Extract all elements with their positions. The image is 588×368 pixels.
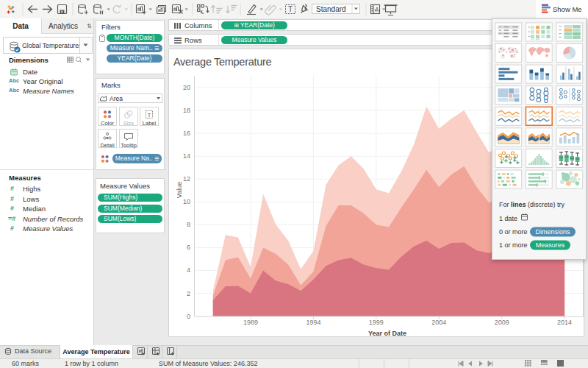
svg-text:20: 20 xyxy=(183,84,190,91)
svg-text:T: T xyxy=(148,112,151,118)
svg-text:4: 4 xyxy=(187,266,190,274)
svg-text:For lines (discrete) try: For lines (discrete) try xyxy=(499,201,565,208)
svg-text:2014: 2014 xyxy=(557,319,572,326)
svg-text:Standard: Standard xyxy=(316,5,346,13)
svg-text:18: 18 xyxy=(183,107,190,114)
svg-text:1 or more: 1 or more xyxy=(499,241,528,249)
svg-text:T: T xyxy=(288,5,293,13)
svg-text:12: 12 xyxy=(183,175,190,183)
svg-text:1989: 1989 xyxy=(243,319,258,326)
svg-text:Measures: Measures xyxy=(536,241,565,249)
svg-text:0 or more: 0 or more xyxy=(499,228,528,236)
svg-text:Dimensions: Dimensions xyxy=(535,228,570,236)
svg-text:14: 14 xyxy=(183,152,190,160)
svg-text:Value: Value xyxy=(176,182,183,198)
svg-text:1999: 1999 xyxy=(369,319,384,326)
svg-text:Area: Area xyxy=(110,95,123,102)
svg-text:2009: 2009 xyxy=(495,319,509,326)
svg-text:10: 10 xyxy=(183,198,190,205)
svg-text:1994: 1994 xyxy=(306,319,320,326)
svg-text:Year of Date: Year of Date xyxy=(368,330,406,337)
svg-text:6: 6 xyxy=(187,244,190,251)
svg-text:8: 8 xyxy=(187,221,190,228)
svg-text:16: 16 xyxy=(183,130,190,137)
svg-text:2004: 2004 xyxy=(431,319,446,326)
svg-text:Show Me: Show Me xyxy=(553,5,582,13)
svg-text:1 date: 1 date xyxy=(499,215,517,222)
svg-text:2: 2 xyxy=(187,290,190,297)
svg-text:0: 0 xyxy=(187,313,190,320)
